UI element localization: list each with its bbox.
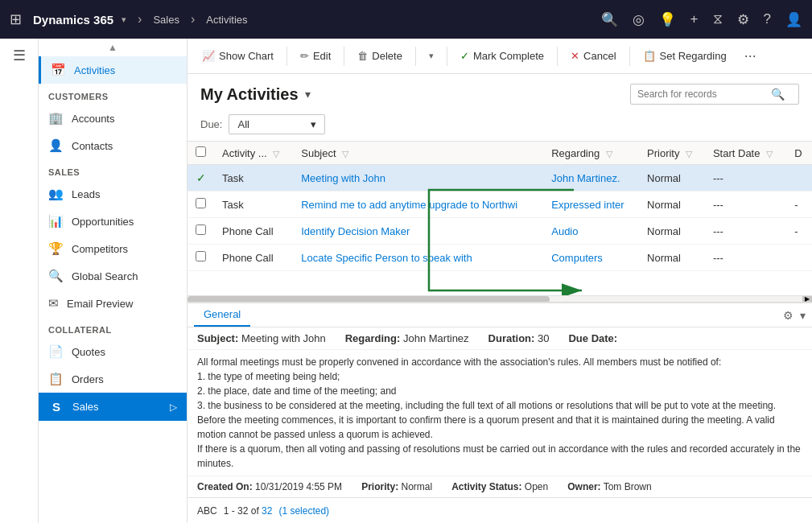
pagination-range: 1 - 32 of 32: [224, 505, 273, 517]
breadcrumb-separator: ›: [138, 12, 142, 27]
sidebar-item-leads[interactable]: 👥 Leads: [39, 180, 187, 208]
regarding-filter-icon[interactable]: ▽: [606, 149, 612, 159]
horizontal-scrollbar[interactable]: ▶: [188, 295, 812, 302]
grid-icon[interactable]: ⊞: [10, 10, 22, 28]
mark-complete-button[interactable]: ✓ Mark Complete: [452, 46, 552, 66]
more-options-button[interactable]: ···: [738, 44, 763, 68]
gear-icon[interactable]: ⚙: [737, 11, 749, 28]
app-title[interactable]: Dynamics 365: [33, 13, 113, 27]
sales-bottom-icon: S: [48, 399, 64, 414]
select-all-checkbox-header[interactable]: [188, 142, 214, 165]
sales-bottom-chevron[interactable]: ▷: [170, 402, 177, 413]
table-container[interactable]: Activity ... ▽ Subject ▽ Regarding ▽ Pri…: [188, 141, 812, 295]
main-layout: ☰ ▲ 📅 Activities Customers 🏢 Accounts 👤 …: [0, 39, 812, 523]
breadcrumb-activities[interactable]: Activities: [206, 14, 247, 26]
row-checkbox[interactable]: [196, 198, 206, 208]
set-regarding-button[interactable]: 📋 Set Regarding: [635, 46, 735, 66]
filter-nav-icon[interactable]: ⧖: [713, 11, 723, 27]
row-checkbox-cell[interactable]: ✓: [188, 165, 214, 191]
row-subject[interactable]: Locate Specific Person to speak with: [293, 245, 543, 271]
col-subject[interactable]: Subject ▽: [293, 142, 543, 165]
sidebar-bottom-sales[interactable]: S Sales ▷: [39, 393, 187, 421]
left-navigation: ▲ 📅 Activities Customers 🏢 Accounts 👤 Co…: [39, 39, 188, 523]
global-search-label: Global Search: [72, 270, 138, 282]
dropdown-arrow-button[interactable]: ▾: [421, 47, 442, 65]
col-start-date[interactable]: Start Date ▽: [705, 142, 786, 165]
sidebar-item-activities[interactable]: 📅 Activities: [39, 56, 187, 84]
hamburger-icon[interactable]: ☰: [13, 47, 26, 64]
breadcrumb-sales[interactable]: Sales: [153, 14, 179, 26]
row-subject[interactable]: Identify Decision Maker: [293, 218, 543, 245]
row-regarding[interactable]: Audio: [543, 218, 639, 245]
sidebar-item-email-preview[interactable]: ✉ Email Preview: [39, 290, 187, 317]
col-d[interactable]: D: [786, 142, 812, 165]
search-box[interactable]: 🔍: [630, 84, 799, 105]
app-chevron-icon[interactable]: ▾: [122, 14, 126, 25]
help-icon[interactable]: ?: [764, 11, 771, 27]
search-icon[interactable]: 🔍: [771, 88, 785, 101]
sidebar-item-accounts[interactable]: 🏢 Accounts: [39, 105, 187, 132]
detail-collapse-icon[interactable]: ▾: [800, 309, 806, 322]
row-checkbox-cell[interactable]: [188, 218, 214, 245]
target-icon[interactable]: ◎: [633, 11, 645, 28]
col-priority[interactable]: Priority ▽: [639, 142, 705, 165]
sidebar-toggle[interactable]: ☰: [0, 39, 39, 523]
detail-duration: Duration: 30: [488, 332, 550, 344]
pagination-count-link[interactable]: 32: [262, 505, 272, 517]
table-row[interactable]: Phone Call Identify Decision Maker Audio…: [188, 218, 812, 245]
sidebar-item-orders[interactable]: 📋 Orders: [39, 365, 187, 393]
lightbulb-icon[interactable]: 💡: [659, 11, 676, 28]
row-regarding[interactable]: John Martinez.: [543, 165, 639, 191]
add-icon[interactable]: +: [690, 11, 699, 27]
scroll-up-arrow[interactable]: ▲: [39, 39, 187, 56]
regarding-label: Regarding:: [345, 332, 401, 344]
row-regarding[interactable]: Expressed inter: [543, 191, 639, 218]
show-chart-button[interactable]: 📈 Show Chart: [194, 46, 282, 66]
sidebar-item-contacts[interactable]: 👤 Contacts: [39, 132, 187, 159]
edit-button[interactable]: ✏ Edit: [292, 46, 339, 66]
row-activity-type: Phone Call: [214, 245, 293, 271]
priority-label: Priority:: [361, 481, 398, 492]
row-checkbox-cell[interactable]: [188, 245, 214, 271]
due-date-label: Due Date:: [568, 332, 617, 344]
table-row[interactable]: Task Remind me to add anytime upgrade to…: [188, 191, 812, 218]
duration-label: Duration:: [488, 332, 535, 344]
search-input[interactable]: [637, 89, 766, 100]
user-icon[interactable]: 👤: [785, 11, 802, 28]
title-dropdown-icon[interactable]: ▾: [305, 88, 311, 101]
select-all-checkbox[interactable]: [196, 146, 206, 157]
sidebar-item-opportunities[interactable]: 📊 Opportunities: [39, 208, 187, 235]
row-checkbox[interactable]: [196, 251, 206, 262]
sidebar-item-quotes[interactable]: 📄 Quotes: [39, 338, 187, 365]
due-filter-select[interactable]: All ▾: [229, 114, 325, 134]
search-nav-icon[interactable]: 🔍: [601, 11, 618, 28]
priority-filter-icon[interactable]: ▽: [686, 149, 692, 159]
scroll-right-arrow[interactable]: ▶: [802, 296, 812, 302]
row-regarding[interactable]: Computers: [543, 245, 639, 271]
table-row[interactable]: Phone Call Locate Specific Person to spe…: [188, 245, 812, 271]
leads-label: Leads: [72, 188, 100, 200]
col-regarding[interactable]: Regarding ▽: [543, 142, 639, 165]
sidebar-item-competitors[interactable]: 🏆 Competitors: [39, 235, 187, 262]
tab-general[interactable]: General: [194, 303, 250, 327]
detail-settings-icon[interactable]: ⚙: [783, 309, 793, 322]
start-date-filter-icon[interactable]: ▽: [766, 149, 773, 159]
subject-filter-icon[interactable]: ▽: [342, 149, 348, 159]
row-subject[interactable]: Meeting with John: [293, 165, 543, 191]
row-checkbox[interactable]: [196, 224, 206, 235]
row-subject[interactable]: Remind me to add anytime upgrade to Nort…: [293, 191, 543, 218]
table-body: ✓ Task Meeting with John John Martinez. …: [188, 165, 812, 271]
scrollbar-thumb[interactable]: [188, 296, 550, 302]
toolbar-divider-1: [286, 47, 287, 66]
priority-field: Priority: Normal: [361, 481, 432, 492]
cancel-button[interactable]: ✕ Cancel: [563, 46, 624, 66]
created-on-value: 10/31/2019 4:55 PM: [255, 481, 342, 492]
table-row[interactable]: ✓ Task Meeting with John John Martinez. …: [188, 165, 812, 191]
activity-status-label: Activity Status:: [451, 481, 521, 492]
col-activity-type[interactable]: Activity ... ▽: [214, 142, 293, 165]
activity-filter-icon[interactable]: ▽: [273, 149, 279, 159]
delete-button[interactable]: 🗑 Delete: [349, 46, 410, 66]
duration-value: 30: [538, 332, 549, 344]
sidebar-item-global-search[interactable]: 🔍 Global Search: [39, 262, 187, 290]
row-checkbox-cell[interactable]: [188, 191, 214, 218]
